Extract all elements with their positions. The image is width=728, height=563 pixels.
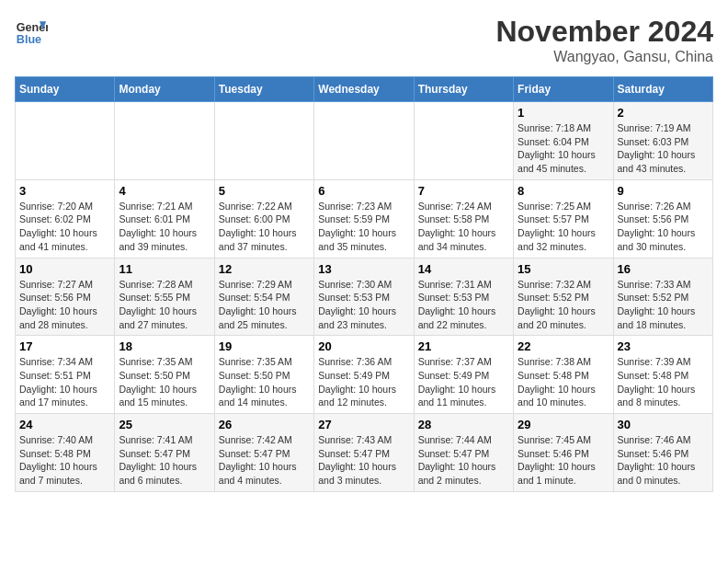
day-number: 4: [119, 184, 210, 198]
day-number: 14: [418, 262, 509, 276]
day-info: Sunrise: 7:25 AM Sunset: 5:57 PM Dayligh…: [518, 200, 609, 254]
calendar-week-row: 24Sunrise: 7:40 AM Sunset: 5:48 PM Dayli…: [16, 414, 713, 492]
day-info: Sunrise: 7:46 AM Sunset: 5:46 PM Dayligh…: [618, 433, 709, 488]
calendar-cell: 1Sunrise: 7:18 AM Sunset: 6:04 PM Daylig…: [514, 102, 613, 180]
weekday-header-sunday: Sunday: [16, 77, 115, 102]
calendar-week-row: 10Sunrise: 7:27 AM Sunset: 5:56 PM Dayli…: [16, 258, 713, 336]
page-header: General Blue November 2024 Wangyao, Gans…: [15, 15, 713, 65]
calendar-cell: 9Sunrise: 7:26 AM Sunset: 5:56 PM Daylig…: [613, 179, 712, 258]
calendar-cell: 7Sunrise: 7:24 AM Sunset: 5:58 PM Daylig…: [414, 179, 513, 258]
day-info: Sunrise: 7:43 AM Sunset: 5:47 PM Dayligh…: [318, 433, 409, 488]
day-info: Sunrise: 7:41 AM Sunset: 5:47 PM Dayligh…: [119, 433, 210, 488]
day-number: 17: [19, 339, 110, 353]
calendar-cell: 2Sunrise: 7:19 AM Sunset: 6:03 PM Daylig…: [613, 102, 712, 180]
day-info: Sunrise: 7:27 AM Sunset: 5:56 PM Dayligh…: [19, 278, 110, 332]
day-number: 23: [618, 339, 709, 353]
day-number: 25: [119, 418, 210, 431]
calendar-cell: 27Sunrise: 7:43 AM Sunset: 5:47 PM Dayli…: [314, 414, 414, 492]
day-info: Sunrise: 7:29 AM Sunset: 5:54 PM Dayligh…: [219, 278, 310, 332]
calendar-cell: 17Sunrise: 7:34 AM Sunset: 5:51 PM Dayli…: [16, 336, 115, 414]
calendar-cell: 22Sunrise: 7:38 AM Sunset: 5:48 PM Dayli…: [514, 336, 613, 414]
weekday-header-saturday: Saturday: [613, 77, 712, 102]
day-info: Sunrise: 7:38 AM Sunset: 5:48 PM Dayligh…: [518, 355, 609, 409]
month-title: November 2024: [495, 15, 713, 49]
day-number: 12: [219, 262, 310, 276]
calendar-cell: [314, 102, 414, 180]
day-number: 16: [618, 262, 709, 276]
day-number: 24: [19, 418, 110, 431]
day-number: 10: [19, 262, 110, 276]
calendar-cell: 16Sunrise: 7:33 AM Sunset: 5:52 PM Dayli…: [613, 258, 712, 336]
calendar-cell: 19Sunrise: 7:35 AM Sunset: 5:50 PM Dayli…: [214, 336, 313, 414]
calendar-cell: 15Sunrise: 7:32 AM Sunset: 5:52 PM Dayli…: [514, 258, 613, 336]
calendar-cell: 24Sunrise: 7:40 AM Sunset: 5:48 PM Dayli…: [16, 414, 115, 492]
calendar-week-row: 17Sunrise: 7:34 AM Sunset: 5:51 PM Dayli…: [16, 336, 713, 414]
calendar-cell: [214, 102, 313, 180]
day-info: Sunrise: 7:21 AM Sunset: 6:01 PM Dayligh…: [119, 200, 210, 254]
calendar-cell: 20Sunrise: 7:36 AM Sunset: 5:49 PM Dayli…: [314, 336, 414, 414]
calendar-cell: 13Sunrise: 7:30 AM Sunset: 5:53 PM Dayli…: [314, 258, 414, 336]
day-number: 29: [518, 418, 609, 431]
day-info: Sunrise: 7:40 AM Sunset: 5:48 PM Dayligh…: [19, 433, 110, 488]
day-info: Sunrise: 7:28 AM Sunset: 5:55 PM Dayligh…: [119, 278, 210, 332]
calendar-table: SundayMondayTuesdayWednesdayThursdayFrid…: [15, 76, 713, 492]
day-info: Sunrise: 7:36 AM Sunset: 5:49 PM Dayligh…: [318, 355, 409, 409]
calendar-cell: 14Sunrise: 7:31 AM Sunset: 5:53 PM Dayli…: [414, 258, 513, 336]
weekday-header-friday: Friday: [514, 77, 613, 102]
day-info: Sunrise: 7:26 AM Sunset: 5:56 PM Dayligh…: [618, 200, 709, 254]
svg-text:Blue: Blue: [17, 33, 41, 46]
day-number: 1: [518, 106, 609, 120]
weekday-header-monday: Monday: [115, 77, 214, 102]
day-info: Sunrise: 7:45 AM Sunset: 5:46 PM Dayligh…: [518, 433, 609, 488]
calendar-week-row: 1Sunrise: 7:18 AM Sunset: 6:04 PM Daylig…: [16, 102, 713, 180]
day-number: 13: [318, 262, 409, 276]
calendar-cell: 11Sunrise: 7:28 AM Sunset: 5:55 PM Dayli…: [115, 258, 214, 336]
title-block: November 2024 Wangyao, Gansu, China: [495, 15, 713, 65]
calendar-cell: 6Sunrise: 7:23 AM Sunset: 5:59 PM Daylig…: [314, 179, 414, 258]
calendar-cell: 25Sunrise: 7:41 AM Sunset: 5:47 PM Dayli…: [115, 414, 214, 492]
day-number: 3: [19, 184, 110, 198]
weekday-header-wednesday: Wednesday: [314, 77, 414, 102]
day-number: 18: [119, 339, 210, 353]
day-number: 22: [518, 339, 609, 353]
location-subtitle: Wangyao, Gansu, China: [495, 49, 713, 65]
calendar-cell: 8Sunrise: 7:25 AM Sunset: 5:57 PM Daylig…: [514, 179, 613, 258]
day-info: Sunrise: 7:24 AM Sunset: 5:58 PM Dayligh…: [418, 200, 509, 254]
day-info: Sunrise: 7:19 AM Sunset: 6:03 PM Dayligh…: [618, 121, 709, 176]
calendar-cell: 5Sunrise: 7:22 AM Sunset: 6:00 PM Daylig…: [214, 179, 313, 258]
day-number: 6: [318, 184, 409, 198]
calendar-cell: 4Sunrise: 7:21 AM Sunset: 6:01 PM Daylig…: [115, 179, 214, 258]
day-number: 28: [418, 418, 509, 431]
day-info: Sunrise: 7:35 AM Sunset: 5:50 PM Dayligh…: [219, 355, 310, 409]
logo-icon: General Blue: [15, 15, 48, 48]
calendar-cell: 26Sunrise: 7:42 AM Sunset: 5:47 PM Dayli…: [214, 414, 313, 492]
day-info: Sunrise: 7:44 AM Sunset: 5:47 PM Dayligh…: [418, 433, 509, 488]
calendar-cell: 18Sunrise: 7:35 AM Sunset: 5:50 PM Dayli…: [115, 336, 214, 414]
day-number: 9: [618, 184, 709, 198]
calendar-cell: 21Sunrise: 7:37 AM Sunset: 5:49 PM Dayli…: [414, 336, 513, 414]
day-info: Sunrise: 7:34 AM Sunset: 5:51 PM Dayligh…: [19, 355, 110, 409]
logo: General Blue: [15, 15, 48, 48]
calendar-cell: [16, 102, 115, 180]
day-info: Sunrise: 7:23 AM Sunset: 5:59 PM Dayligh…: [318, 200, 409, 254]
day-info: Sunrise: 7:39 AM Sunset: 5:48 PM Dayligh…: [618, 355, 709, 409]
calendar-week-row: 3Sunrise: 7:20 AM Sunset: 6:02 PM Daylig…: [16, 179, 713, 258]
day-number: 21: [418, 339, 509, 353]
day-info: Sunrise: 7:18 AM Sunset: 6:04 PM Dayligh…: [518, 121, 609, 176]
day-number: 26: [219, 418, 310, 431]
day-info: Sunrise: 7:22 AM Sunset: 6:00 PM Dayligh…: [219, 200, 310, 254]
calendar-cell: 28Sunrise: 7:44 AM Sunset: 5:47 PM Dayli…: [414, 414, 513, 492]
day-number: 11: [119, 262, 210, 276]
calendar-cell: [414, 102, 513, 180]
day-info: Sunrise: 7:31 AM Sunset: 5:53 PM Dayligh…: [418, 278, 509, 332]
day-number: 27: [318, 418, 409, 431]
calendar-cell: 30Sunrise: 7:46 AM Sunset: 5:46 PM Dayli…: [613, 414, 712, 492]
day-number: 2: [618, 106, 709, 120]
day-number: 20: [318, 339, 409, 353]
day-info: Sunrise: 7:30 AM Sunset: 5:53 PM Dayligh…: [318, 278, 409, 332]
day-number: 30: [618, 418, 709, 431]
calendar-cell: [115, 102, 214, 180]
day-info: Sunrise: 7:42 AM Sunset: 5:47 PM Dayligh…: [219, 433, 310, 488]
calendar-cell: 29Sunrise: 7:45 AM Sunset: 5:46 PM Dayli…: [514, 414, 613, 492]
calendar-cell: 3Sunrise: 7:20 AM Sunset: 6:02 PM Daylig…: [16, 179, 115, 258]
